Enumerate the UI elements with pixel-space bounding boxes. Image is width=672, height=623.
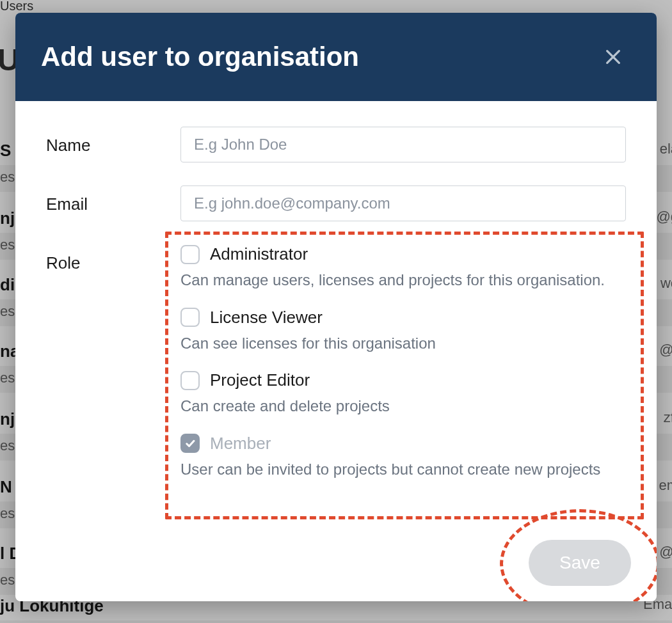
role-checkbox[interactable] [180, 434, 200, 453]
modal-body: Name Email Role AdministratorCan manage … [15, 101, 657, 509]
name-label: Name [46, 127, 180, 155]
role-item: MemberUser can be invited to projects bu… [180, 434, 626, 480]
roles-group: AdministratorCan manage users, licenses … [180, 244, 626, 496]
role-checkbox[interactable] [180, 308, 200, 327]
role-title: License Viewer [210, 308, 323, 327]
role-head: Member [180, 434, 626, 453]
role-row: Role AdministratorCan manage users, lice… [46, 244, 626, 496]
modal-title: Add user to organisation [41, 42, 359, 72]
email-row: Email [46, 185, 626, 221]
role-item: Project EditorCan create and delete proj… [180, 370, 626, 417]
email-label: Email [46, 185, 180, 214]
role-title: Project Editor [210, 370, 310, 390]
role-title: Administrator [210, 244, 308, 264]
name-row: Name [46, 127, 626, 162]
role-head: Administrator [180, 244, 626, 264]
role-description: User can be invited to projects but cann… [180, 459, 626, 480]
role-description: Can manage users, licenses and projects … [180, 269, 626, 291]
role-title: Member [210, 434, 271, 453]
modal-footer: Save [529, 540, 631, 586]
role-checkbox[interactable] [180, 371, 200, 390]
role-head: Project Editor [180, 370, 626, 390]
role-item: AdministratorCan manage users, licenses … [180, 244, 626, 291]
close-button[interactable] [600, 44, 626, 70]
role-item: License ViewerCan see licenses for this … [180, 308, 626, 354]
check-icon [184, 438, 196, 449]
close-icon [603, 47, 623, 67]
name-input[interactable] [180, 127, 626, 162]
role-head: License Viewer [180, 308, 626, 327]
save-button[interactable]: Save [529, 540, 631, 586]
email-input[interactable] [180, 185, 626, 221]
role-description: Can create and delete projects [180, 395, 626, 417]
add-user-modal: Add user to organisation Name Email Role… [15, 13, 657, 601]
role-description: Can see licenses for this organisation [180, 333, 626, 354]
modal-header: Add user to organisation [15, 13, 657, 101]
role-checkbox[interactable] [180, 245, 200, 264]
role-label: Role [46, 244, 180, 273]
